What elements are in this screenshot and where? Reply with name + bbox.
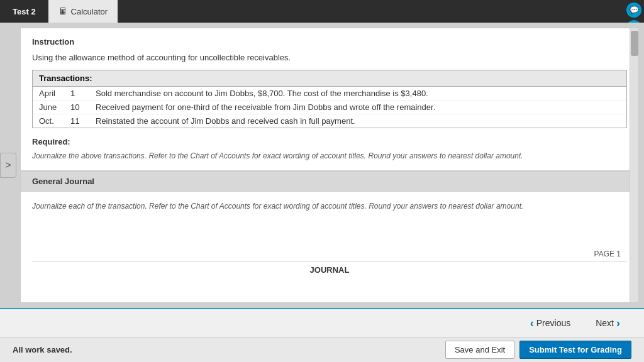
journal-label: JOURNAL [32,261,627,275]
transaction-month: June [39,102,70,112]
transaction-day: 11 [70,116,96,126]
instruction-text: Using the allowance method of accounting… [32,53,627,62]
journal-instruction: Journalize each of the transaction. Refe… [32,200,627,212]
main-content: > Instruction Using the allowance method… [0,23,644,308]
side-toggle-button[interactable]: > [0,153,16,178]
transaction-desc: Received payment for one-third of the re… [96,102,620,112]
table-row: April 1 Sold merchandise on account to J… [33,87,626,101]
journal-content: Journalize each of the transaction. Refe… [21,192,638,283]
save-exit-button[interactable]: Save and Exit [445,341,514,359]
navigation-bar: ‹ Previous Next › [0,308,644,337]
transaction-day: 1 [70,89,96,98]
required-header: Required: [32,137,627,146]
scroll-track[interactable] [630,28,638,302]
test-title: Test 2 [0,7,48,16]
chevron-right-icon: > [5,160,11,171]
work-saved-text: All work saved. [13,345,72,354]
transaction-desc: Reinstated the account of Jim Dobbs and … [96,116,620,126]
previous-label: Previous [536,318,570,328]
scroll-thumb[interactable] [631,31,638,56]
transactions-table: Transactions: April 1 Sold merchandise o… [32,70,627,128]
bottom-buttons: Save and Exit Submit Test for Grading [445,341,631,359]
chevron-right-icon: › [616,317,620,330]
calculator-tab[interactable]: 🖩 Calculator [48,0,118,23]
chat-icon[interactable]: 💬 [626,3,641,18]
content-panel: Instruction Using the allowance method o… [20,28,639,303]
transactions-header: Transactions: [33,70,626,87]
instruction-header: Instruction [32,37,627,47]
journal-section: General Journal Journalize each of the t… [21,171,638,283]
transaction-month: Oct. [39,116,70,126]
transaction-desc: Sold merchandise on account to Jim Dobbs… [96,89,620,98]
submit-test-button[interactable]: Submit Test for Grading [519,341,631,359]
required-text: Journalize the above transactions. Refer… [32,150,627,162]
top-bar: Test 2 🖩 Calculator 💬 ? [0,0,644,23]
instruction-section: Instruction Using the allowance method o… [21,28,638,171]
required-section: Required: Journalize the above transacti… [32,137,627,162]
scrollable-content[interactable]: Instruction Using the allowance method o… [21,28,638,302]
bottom-bar: All work saved. Save and Exit Submit Tes… [0,337,644,362]
transaction-day: 10 [70,102,96,112]
chevron-left-icon: ‹ [530,317,534,330]
previous-button[interactable]: ‹ Previous [519,312,582,334]
next-button[interactable]: Next › [584,312,631,334]
table-row: June 10 Received payment for one-third o… [33,101,626,114]
calculator-icon: 🖩 [58,6,67,16]
calculator-tab-label: Calculator [71,7,108,16]
table-row: Oct. 11 Reinstated the account of Jim Do… [33,114,626,128]
journal-section-header: General Journal [21,172,638,192]
transaction-month: April [39,89,70,98]
next-label: Next [596,318,614,328]
page-label: PAGE 1 [32,250,627,258]
